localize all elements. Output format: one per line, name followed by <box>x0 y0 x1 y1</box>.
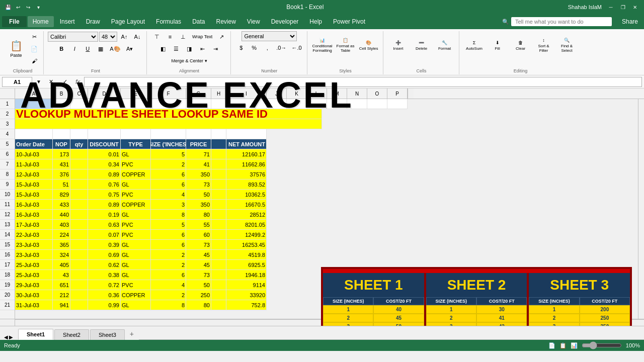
cell-G21[interactable]: 80 <box>186 300 211 310</box>
cell-B13[interactable]: 403 <box>53 220 70 230</box>
sheet-cell-cost[interactable]: 41 <box>476 314 527 322</box>
cell-I7[interactable]: 11662.86 <box>226 159 267 169</box>
currency-button[interactable]: $ <box>235 42 247 53</box>
autosum-button[interactable]: Σ AutoSum <box>463 31 486 59</box>
sheet-cell-size[interactable]: 3 <box>529 322 579 326</box>
cell-F9[interactable]: 6 <box>151 179 186 190</box>
cell-E1[interactable] <box>121 99 151 109</box>
col-header-N[interactable]: N <box>347 88 367 99</box>
cell-C17[interactable] <box>70 260 88 270</box>
cell-G11[interactable]: 350 <box>186 200 211 210</box>
cell-F1[interactable] <box>151 99 186 109</box>
cell-G8[interactable]: 350 <box>186 169 211 179</box>
insert-cells-button[interactable]: ➕ Insert <box>387 31 410 59</box>
font-color-button[interactable]: A▾ <box>124 43 136 54</box>
row-num-5[interactable]: 5 <box>0 139 15 149</box>
cell-G18[interactable]: 73 <box>186 270 211 280</box>
row-num-4[interactable]: 4 <box>0 129 15 139</box>
cell-F18[interactable]: 6 <box>151 270 186 280</box>
menu-home[interactable]: Home <box>28 16 54 27</box>
merge-center-button[interactable]: Merge & Center ▾ <box>167 55 212 66</box>
col-header-O[interactable]: O <box>367 88 387 99</box>
percent-button[interactable]: % <box>248 42 260 53</box>
row-num-15[interactable]: 15 <box>0 240 15 250</box>
cell-A9[interactable]: 15-Jul-03 <box>15 179 53 190</box>
increase-font-button[interactable]: A↑ <box>118 31 130 42</box>
align-center-button[interactable]: ☰ <box>170 43 182 54</box>
cell-D10[interactable]: 0.75 <box>88 190 121 200</box>
cell-F8[interactable]: 6 <box>151 169 186 179</box>
view-page-break-icon[interactable]: 📊 <box>571 342 578 349</box>
cell-G14[interactable]: 60 <box>186 230 211 240</box>
decrease-indent-button[interactable]: ⇤ <box>196 43 208 54</box>
cell-K1[interactable] <box>287 99 307 109</box>
save-icon[interactable]: 💾 <box>4 3 12 11</box>
sheet-tab-sheet3[interactable]: Sheet3 <box>90 329 125 340</box>
format-painter-button[interactable]: 🖌 <box>28 55 40 66</box>
cell-D11[interactable]: 0.89 <box>88 200 121 210</box>
menu-draw[interactable]: Draw <box>81 16 105 27</box>
cell-I12[interactable]: 28512 <box>226 210 267 220</box>
cell-G17[interactable]: 45 <box>186 260 211 270</box>
cell-F14[interactable]: 6 <box>151 230 186 240</box>
sheet-cell-cost[interactable]: 50 <box>373 322 424 326</box>
cell-H18[interactable] <box>211 270 226 280</box>
cancel-formula-button[interactable]: ✕ <box>45 76 57 87</box>
sheet-cell-cost[interactable]: 45 <box>373 314 424 322</box>
cell-F5[interactable]: SIZE ('INCHES) <box>151 139 186 149</box>
cell-A16[interactable]: 23-Jul-03 <box>15 250 53 260</box>
sheet-cell-size[interactable]: 1 <box>529 305 579 314</box>
cell-B17[interactable]: 405 <box>53 260 70 270</box>
confirm-formula-button[interactable]: ✓ <box>59 76 71 87</box>
cell-I10[interactable]: 10362.5 <box>226 190 267 200</box>
cell-D12[interactable]: 0.19 <box>88 210 121 220</box>
vertical-scrollbar[interactable] <box>638 99 644 319</box>
cell-I4[interactable] <box>226 129 267 139</box>
decrease-decimal-button[interactable]: ←.0 <box>289 42 303 53</box>
row-num-19[interactable]: 19 <box>0 280 15 290</box>
cell-D19[interactable]: 0.72 <box>88 280 121 290</box>
sheet-cell-cost[interactable]: 250 <box>580 314 630 322</box>
col-header-M[interactable]: M <box>327 88 347 99</box>
cell-D20[interactable]: 0.36 <box>88 290 121 300</box>
cell-H7[interactable] <box>211 159 226 169</box>
cell-L1[interactable] <box>307 99 327 109</box>
view-normal-icon[interactable]: 📄 <box>548 342 555 349</box>
row-num-13[interactable]: 13 <box>0 220 15 230</box>
col-header-E[interactable]: E <box>121 88 151 99</box>
cell-D5[interactable]: DISCOUNT <box>88 139 121 149</box>
cell-G20[interactable]: 250 <box>186 290 211 300</box>
cell-F11[interactable]: 3 <box>151 200 186 210</box>
cell-C21[interactable] <box>70 300 88 310</box>
cell-E9[interactable]: GL <box>121 179 151 190</box>
cell-A13[interactable]: 17-Jul-03 <box>15 220 53 230</box>
row-num-17[interactable]: 17 <box>0 260 15 270</box>
cell-E8[interactable]: COPPER <box>121 169 151 179</box>
sheet-tab-sheet2[interactable]: Sheet2 <box>54 329 89 340</box>
menu-data[interactable]: Data <box>187 16 210 27</box>
menu-file[interactable]: File <box>2 16 27 27</box>
cell-I14[interactable]: 12499.2 <box>226 230 267 240</box>
cell-B1[interactable] <box>53 99 70 109</box>
sheet-cell-size[interactable]: 3 <box>323 322 373 326</box>
cell-O1[interactable] <box>367 99 387 109</box>
cut-button[interactable]: ✂ <box>28 31 40 42</box>
comma-button[interactable]: , <box>261 42 273 53</box>
col-header-D[interactable]: D <box>88 88 121 99</box>
cell-H6[interactable] <box>211 149 226 159</box>
cell-I9[interactable]: 893.52 <box>226 179 267 190</box>
add-sheet-button[interactable]: + <box>126 328 138 340</box>
cell-E7[interactable]: PVC <box>121 159 151 169</box>
cell-G1[interactable] <box>186 99 211 109</box>
font-size-select[interactable]: 48 <box>99 32 117 42</box>
sheet-cell-cost[interactable]: 30 <box>476 305 527 314</box>
cell-I1[interactable] <box>226 99 267 109</box>
cell-A18[interactable]: 25-Jul-03 <box>15 270 53 280</box>
align-top-button[interactable]: ⊤ <box>151 31 163 42</box>
sheet-cell-size[interactable]: 1 <box>323 305 373 314</box>
cell-E4[interactable] <box>121 129 151 139</box>
cell-F21[interactable]: 8 <box>151 300 186 310</box>
cell-F17[interactable]: 2 <box>151 260 186 270</box>
cell-D14[interactable]: 0.07 <box>88 230 121 240</box>
window-controls[interactable]: ─ ❐ ✕ <box>606 3 640 11</box>
